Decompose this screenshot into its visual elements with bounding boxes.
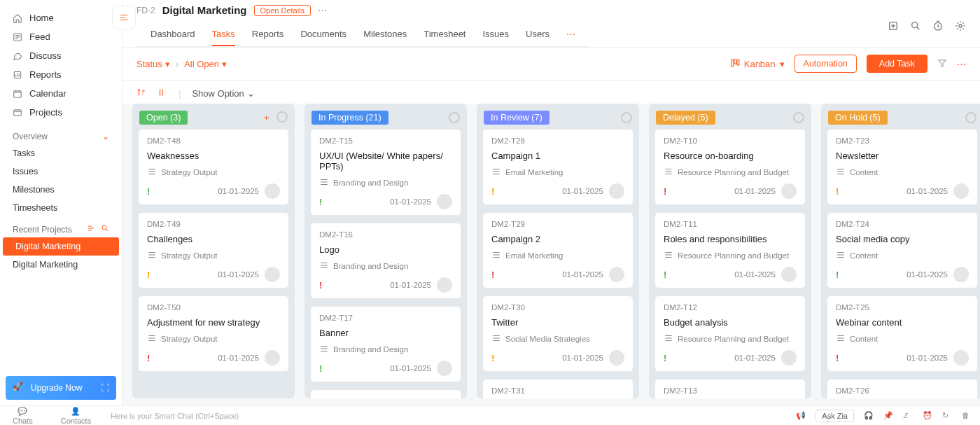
- gear-icon[interactable]: [955, 20, 966, 32]
- recent-project-item[interactable]: Digital Marketing: [0, 256, 122, 274]
- sidebar-item-tasks[interactable]: Tasks: [0, 144, 122, 162]
- task-card[interactable]: DM2-T18 Video Branding and Design ! 01-0…: [310, 389, 461, 398]
- task-card[interactable]: DM2-T49 Challenges Strategy Output ! 01-…: [138, 212, 289, 288]
- task-card[interactable]: DM2-T24 Social media copy Content ! 01-0…: [827, 212, 978, 288]
- tab-timesheet[interactable]: Timesheet: [424, 23, 465, 46]
- tab-users[interactable]: Users: [526, 23, 550, 46]
- column-title[interactable]: In Review (7): [484, 111, 550, 125]
- search-icon[interactable]: [910, 20, 921, 32]
- task-card[interactable]: DM2-T28 Campaign 1 Email Marketing ! 01-…: [482, 129, 634, 205]
- avatar[interactable]: [953, 267, 969, 282]
- tab-tasks[interactable]: Tasks: [212, 23, 235, 46]
- view-dropdown[interactable]: Kanban ▾: [730, 58, 785, 70]
- tab-documents[interactable]: Documents: [300, 23, 346, 46]
- task-card[interactable]: DM2-T17 Banner Branding and Design ! 01-…: [310, 306, 461, 382]
- nav-projects[interactable]: Projects: [0, 103, 122, 122]
- kanban-board[interactable]: Open (3) ＋ DM2-T48 Weaknesses Strategy O…: [122, 104, 980, 405]
- task-card[interactable]: DM2-T26 Email content preparation Email …: [827, 379, 978, 398]
- tab-milestones[interactable]: Milestones: [363, 23, 407, 46]
- task-card[interactable]: DM2-T10 Resource on-boarding Resource Pl…: [654, 129, 806, 205]
- avatar[interactable]: [437, 277, 452, 293]
- recent-project-item[interactable]: Digital Marketing: [3, 237, 119, 256]
- settings-icon[interactable]: [87, 224, 95, 235]
- task-card[interactable]: DM2-T29 Campaign 2 Email Marketing ! 01-…: [482, 212, 634, 288]
- column-title[interactable]: On Hold (5): [828, 111, 888, 125]
- tab-more[interactable]: ⋯: [566, 23, 575, 46]
- sidebar-item-issues[interactable]: Issues: [0, 162, 122, 181]
- sidebar-item-timesheets[interactable]: Timesheets: [0, 199, 122, 217]
- sidebar-item-milestones[interactable]: Milestones: [0, 181, 122, 199]
- avatar[interactable]: [781, 267, 797, 282]
- avatar[interactable]: [265, 267, 280, 282]
- more-icon[interactable]: ⋯: [318, 5, 327, 15]
- add-icon[interactable]: ＋: [262, 111, 271, 124]
- task-card[interactable]: DM2-T31 Linkedin Social Media Strategies…: [482, 379, 634, 398]
- column-icon[interactable]: [158, 88, 167, 99]
- filter-icon[interactable]: [937, 58, 947, 70]
- sidebar-collapse-button[interactable]: [112, 6, 136, 29]
- task-card[interactable]: DM2-T50 Adjustment for new strategy Stra…: [138, 295, 289, 372]
- status-dropdown[interactable]: Status ▾: [136, 59, 170, 69]
- headset-icon[interactable]: 🎧: [864, 411, 874, 421]
- task-card[interactable]: DM2-T11 Roles and responsibilities Resou…: [654, 212, 806, 288]
- task-card[interactable]: DM2-T12 Budget analysis Resource Plannin…: [654, 295, 806, 372]
- avatar[interactable]: [781, 350, 797, 365]
- avatar[interactable]: [437, 194, 452, 209]
- automation-button[interactable]: Automation: [794, 55, 857, 73]
- all-open-dropdown[interactable]: All Open ▾: [184, 59, 227, 69]
- nav-reports[interactable]: Reports: [0, 65, 122, 84]
- tab-issues[interactable]: Issues: [482, 23, 509, 46]
- upgrade-now-button[interactable]: 🚀 Upgrade Now ⛶: [6, 376, 116, 400]
- column-title[interactable]: Open (3): [139, 111, 188, 125]
- avatar[interactable]: [265, 350, 280, 365]
- avatar[interactable]: [609, 350, 624, 365]
- task-card[interactable]: DM2-T16 Logo Branding and Design ! 01-01…: [310, 223, 461, 299]
- avatar[interactable]: [609, 183, 624, 199]
- avatar[interactable]: [265, 183, 280, 199]
- task-card[interactable]: DM2-T48 Weaknesses Strategy Output ! 01-…: [138, 129, 289, 205]
- timer-icon[interactable]: [932, 20, 944, 32]
- nav-calendar[interactable]: Calendar: [0, 84, 122, 103]
- tab-dashboard[interactable]: Dashboard: [150, 23, 195, 46]
- task-card[interactable]: DM2-T25 Webinar content Content ! 01-01-…: [827, 295, 978, 372]
- sort-icon[interactable]: [136, 88, 146, 99]
- nav-discuss[interactable]: Discuss: [0, 46, 122, 65]
- smart-chat-hint[interactable]: Here is your Smart Chat (Ctrl+Space): [104, 412, 788, 420]
- contacts-tab[interactable]: 👤 Contacts: [61, 407, 91, 425]
- avatar[interactable]: [609, 267, 624, 282]
- avatar[interactable]: [953, 183, 969, 199]
- history-icon[interactable]: ↻: [942, 411, 952, 421]
- alarm-icon[interactable]: ⏰: [923, 411, 932, 421]
- add-icon[interactable]: [888, 20, 899, 32]
- overview-section-label[interactable]: Overview: [13, 132, 48, 141]
- card-id: DM2-T13: [664, 386, 697, 395]
- add-task-button[interactable]: Add Task: [867, 55, 927, 73]
- card-title: Roles and responsibilities: [664, 234, 797, 244]
- column-title[interactable]: In Progress (21): [312, 111, 388, 125]
- trash-icon[interactable]: 🗑: [962, 411, 972, 421]
- pin-icon[interactable]: 📌: [883, 411, 893, 421]
- avatar[interactable]: [953, 350, 969, 365]
- tab-reports[interactable]: Reports: [252, 23, 284, 46]
- nav-feed[interactable]: Feed: [0, 27, 122, 46]
- task-card[interactable]: DM2-T13 Budget allocation Resource Plann…: [654, 379, 806, 398]
- breadcrumb[interactable]: FD-2: [136, 6, 155, 15]
- task-card[interactable]: DM2-T23 Newsletter Content ! 01-01-2025: [827, 129, 978, 205]
- announce-icon[interactable]: 📢: [796, 411, 806, 421]
- card-id: DM2-T49: [147, 220, 181, 228]
- task-card[interactable]: DM2-T30 Twitter Social Media Strategies …: [482, 295, 634, 372]
- nav-home[interactable]: Home: [0, 8, 122, 27]
- show-option-dropdown[interactable]: Show Option ⌄: [192, 88, 254, 99]
- recent-projects-label[interactable]: Recent Projects: [13, 225, 72, 235]
- more-icon[interactable]: ⋯: [957, 59, 966, 69]
- task-card[interactable]: DM2-T15 UX/UI (Website/ White papers/ PP…: [310, 129, 461, 216]
- avatar[interactable]: [781, 183, 797, 199]
- column-title[interactable]: Delayed (5): [656, 111, 715, 125]
- card-title: Webinar content: [836, 317, 969, 328]
- avatar[interactable]: [437, 361, 452, 376]
- ask-zia-button[interactable]: Ask Zia: [816, 410, 854, 422]
- zia-icon[interactable]: 𝓩: [903, 411, 913, 421]
- open-details-button[interactable]: Open Details: [254, 5, 312, 16]
- search-icon[interactable]: [101, 224, 109, 235]
- chats-tab[interactable]: 💬 Chats: [13, 407, 33, 425]
